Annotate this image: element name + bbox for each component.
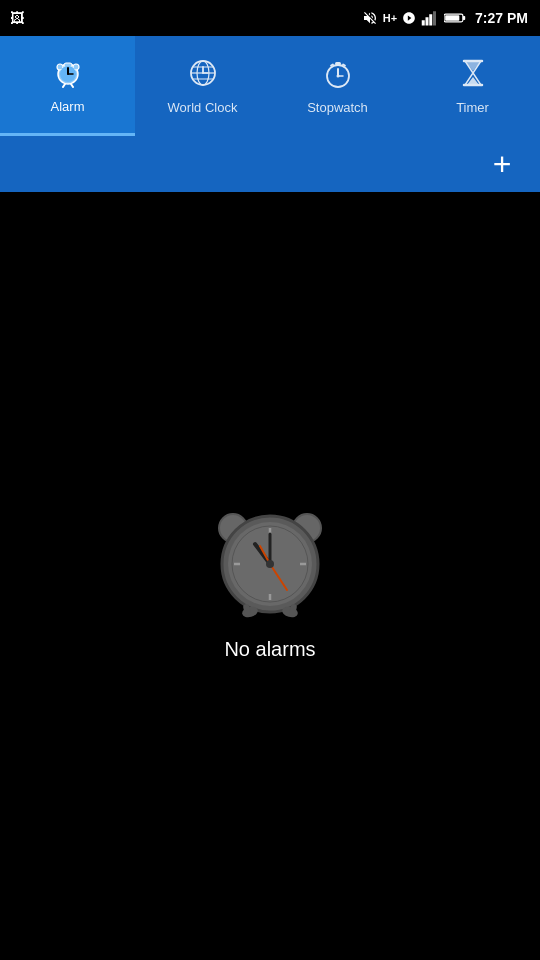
tab-world-clock[interactable]: World Clock [135,36,270,136]
action-bar: + [0,136,540,192]
svg-rect-3 [433,11,436,25]
status-time: 7:27 PM [475,10,528,26]
svg-rect-0 [422,20,425,25]
tab-bar: Alarm World Clock [0,36,540,136]
svg-rect-1 [426,17,429,25]
tab-timer-label: Timer [456,100,489,115]
svg-line-14 [63,84,65,87]
svg-rect-24 [335,62,341,65]
no-alarms-text: No alarms [224,638,315,661]
status-bar: 🖼 H+ 7:27 PM [0,0,540,36]
sim1-icon [402,11,416,25]
add-alarm-button[interactable]: + [480,142,524,186]
alarm-clock-container: No alarms [205,492,335,661]
tab-alarm[interactable]: Alarm [0,36,135,136]
tab-world-clock-label: World Clock [168,100,238,115]
svg-line-15 [71,84,73,87]
mute-icon [362,10,378,26]
svg-point-45 [266,560,274,568]
world-clock-icon [187,57,219,94]
tab-stopwatch[interactable]: Stopwatch [270,36,405,136]
signal-bars-icon [421,10,439,26]
svg-rect-2 [429,14,432,25]
svg-point-29 [336,75,339,78]
battery-icon [444,11,466,25]
svg-rect-5 [463,16,465,20]
status-icons: H+ 7:27 PM [362,10,528,26]
stopwatch-icon [322,57,354,94]
tab-alarm-label: Alarm [51,99,85,114]
status-bar-left: 🖼 [10,10,24,26]
timer-icon [457,57,489,94]
main-content: No alarms [0,192,540,960]
svg-rect-6 [445,15,459,21]
signal-hplus-icon: H+ [383,12,397,24]
tab-timer[interactable]: Timer [405,36,540,136]
alarm-clock-illustration [205,492,335,622]
tab-stopwatch-label: Stopwatch [307,100,368,115]
gallery-icon: 🖼 [10,10,24,26]
alarm-icon [52,56,84,93]
